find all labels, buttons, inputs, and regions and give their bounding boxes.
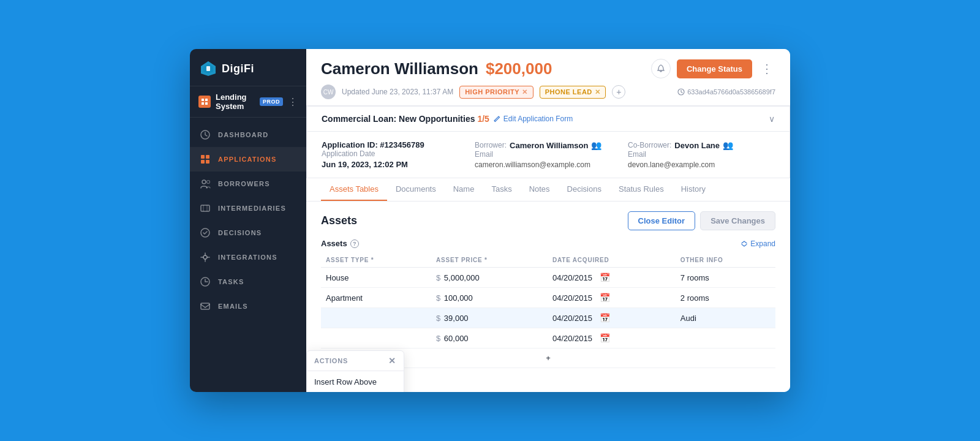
sidebar-item-dashboard[interactable]: Dashboard xyxy=(190,123,306,147)
save-changes-button[interactable]: Save Changes xyxy=(700,211,775,230)
tag-phone-lead-close[interactable]: ✕ xyxy=(595,88,601,96)
calendar-icon[interactable]: 📅 xyxy=(600,313,610,323)
more-options-icon[interactable]: ⋮ xyxy=(758,59,775,78)
collapse-icon[interactable]: ∨ xyxy=(769,114,775,124)
calendar-icon[interactable]: 📅 xyxy=(600,293,610,303)
tab-assets-tables[interactable]: Assets Tables xyxy=(321,178,387,201)
tasks-icon xyxy=(200,276,211,287)
context-menu-close-icon[interactable]: ✕ xyxy=(388,356,396,366)
sidebar-item-emails[interactable]: Emails xyxy=(190,294,306,318)
sidebar-item-intermediaries[interactable]: Intermediaries xyxy=(190,196,306,221)
system-name: Lending System xyxy=(216,92,255,111)
system-row[interactable]: Lending System PROD ⋮ xyxy=(190,86,306,118)
clock-icon xyxy=(677,88,685,96)
cell-type-1[interactable]: Apartment xyxy=(321,288,431,308)
sidebar-item-label-emails: Emails xyxy=(218,303,248,310)
sidebar-item-decisions[interactable]: Decisions xyxy=(190,221,306,245)
cell-type-2[interactable] xyxy=(321,308,431,328)
coborrower-cell: Co-Borrower: Devon Lane 👥 Email devon.la… xyxy=(628,140,775,169)
cell-price-2[interactable]: $ 39,000 xyxy=(431,308,548,328)
applications-icon xyxy=(200,154,211,165)
tag-phone-lead[interactable]: PHONE LEAD ✕ xyxy=(540,86,606,99)
coborrower-email: devon.lane@example.com xyxy=(628,160,775,169)
cell-price-0[interactable]: $ 5,000,000 xyxy=(431,268,548,288)
cell-date-2[interactable]: 04/20/2015 📅 xyxy=(548,308,676,328)
cell-type-0[interactable]: House xyxy=(321,268,431,288)
cell-other-3[interactable] xyxy=(676,328,775,349)
system-menu-icon[interactable]: ⋮ xyxy=(288,96,298,108)
tab-notes[interactable]: Notes xyxy=(521,178,559,201)
panel-title-text: Commercial Loan: New Opportunities xyxy=(322,114,475,124)
coborrower-row: Co-Borrower: Devon Lane 👥 xyxy=(628,140,775,150)
col-asset-type: Asset Type * xyxy=(321,253,431,268)
cell-date-3[interactable]: 04/20/2015 📅 xyxy=(548,328,676,349)
context-menu: Actions ✕ Insert Row Above Insert Row Be… xyxy=(306,350,404,392)
help-icon[interactable]: ? xyxy=(350,239,359,248)
sidebar-item-borrowers[interactable]: Borrowers xyxy=(190,172,306,196)
sidebar-item-label-dashboard: Dashboard xyxy=(218,131,268,138)
cell-price-3[interactable]: $ 60,000 xyxy=(431,328,548,349)
sidebar-item-label-borrowers: Borrowers xyxy=(218,180,270,187)
tag-high-priority-label: HIGH PRIORITY xyxy=(465,88,519,96)
borrowers-icon xyxy=(200,178,211,189)
sidebar-item-label-tasks: Tasks xyxy=(218,278,244,285)
logo-text: DigiFi xyxy=(222,62,254,75)
tab-documents[interactable]: Documents xyxy=(387,178,445,201)
cell-date-1[interactable]: 04/20/2015 📅 xyxy=(548,288,676,308)
emails-icon xyxy=(200,301,211,312)
sidebar: DigiFi Lending System PROD ⋮ xyxy=(190,49,306,392)
tag-high-priority[interactable]: HIGH PRIORITY ✕ xyxy=(459,86,533,99)
tab-status-rules[interactable]: Status Rules xyxy=(610,178,673,201)
bell-button[interactable] xyxy=(651,59,671,78)
tag-high-priority-close[interactable]: ✕ xyxy=(522,88,528,96)
coborrower-label: Co-Borrower: xyxy=(628,141,671,149)
close-editor-button[interactable]: Close Editor xyxy=(628,211,696,230)
tab-decisions[interactable]: Decisions xyxy=(559,178,610,201)
calendar-icon[interactable]: 📅 xyxy=(600,333,610,343)
svg-rect-18 xyxy=(201,303,209,309)
info-grid: Application ID: #123456789 Application D… xyxy=(307,132,790,178)
dashboard-icon xyxy=(200,129,211,140)
svg-rect-3 xyxy=(202,99,204,101)
svg-point-13 xyxy=(207,181,210,184)
application-id: Application ID: #123456789 xyxy=(322,140,469,149)
cell-other-1[interactable]: 2 rooms xyxy=(676,288,775,308)
application-date-label: Application Date xyxy=(322,149,469,158)
table-row[interactable]: Apartment $ 100,000 04/20/2015 📅 2 rooms xyxy=(321,288,775,308)
sidebar-item-tasks[interactable]: Tasks xyxy=(190,270,306,294)
cell-type-3[interactable] xyxy=(321,328,431,349)
intermediaries-icon xyxy=(200,203,211,214)
calendar-icon[interactable]: 📅 xyxy=(600,273,610,282)
application-id-cell: Application ID: #123456789 Application D… xyxy=(322,140,469,169)
table-row[interactable]: House $ 5,000,000 04/20/2015 📅 7 rooms xyxy=(321,268,775,288)
panel-count: 1/5 xyxy=(477,114,489,124)
change-status-button[interactable]: Change Status xyxy=(677,59,752,78)
sidebar-item-integrations[interactable]: Integrations xyxy=(190,245,306,270)
context-menu-title: Actions xyxy=(314,357,348,364)
tab-history[interactable]: History xyxy=(673,178,714,201)
svg-rect-6 xyxy=(205,102,208,105)
cell-date-0[interactable]: 04/20/2015 📅 xyxy=(548,268,676,288)
borrower-profile-icon[interactable]: 👥 xyxy=(591,140,601,150)
coborrower-profile-icon[interactable]: 👥 xyxy=(723,140,733,150)
applicant-name: Cameron Williamson xyxy=(321,59,478,78)
app-header: Cameron Williamson $200,000 Change Statu… xyxy=(306,49,790,106)
edit-application-form-link[interactable]: Edit Application Form xyxy=(493,115,573,123)
add-tag-button[interactable]: + xyxy=(612,85,625,99)
context-menu-item-insert-above[interactable]: Insert Row Above xyxy=(307,371,404,392)
tab-tasks[interactable]: Tasks xyxy=(483,178,520,201)
tab-name[interactable]: Name xyxy=(445,178,483,201)
hash-id: 633ad4a5766d0a53865689f7 xyxy=(677,88,775,96)
info-panel: Commercial Loan: New Opportunities 1/5 E… xyxy=(306,106,790,178)
table-row[interactable]: $ 39,000 04/20/2015 📅 Audi xyxy=(321,308,775,328)
expand-icon xyxy=(741,240,748,247)
table-row[interactable]: $ 60,000 04/20/2015 📅 xyxy=(321,328,775,349)
content-area: Assets Close Editor Save Changes Assets … xyxy=(306,202,790,392)
cell-other-2[interactable]: Audi xyxy=(676,308,775,328)
cell-price-1[interactable]: $ 100,000 xyxy=(431,288,548,308)
cell-other-0[interactable]: 7 rooms xyxy=(676,268,775,288)
sidebar-item-applications[interactable]: Applications xyxy=(190,147,306,172)
tag-phone-lead-label: PHONE LEAD xyxy=(545,88,592,96)
expand-link[interactable]: Expand xyxy=(741,239,775,248)
borrower-row: Borrower: Cameron Williamson 👥 xyxy=(475,140,622,150)
